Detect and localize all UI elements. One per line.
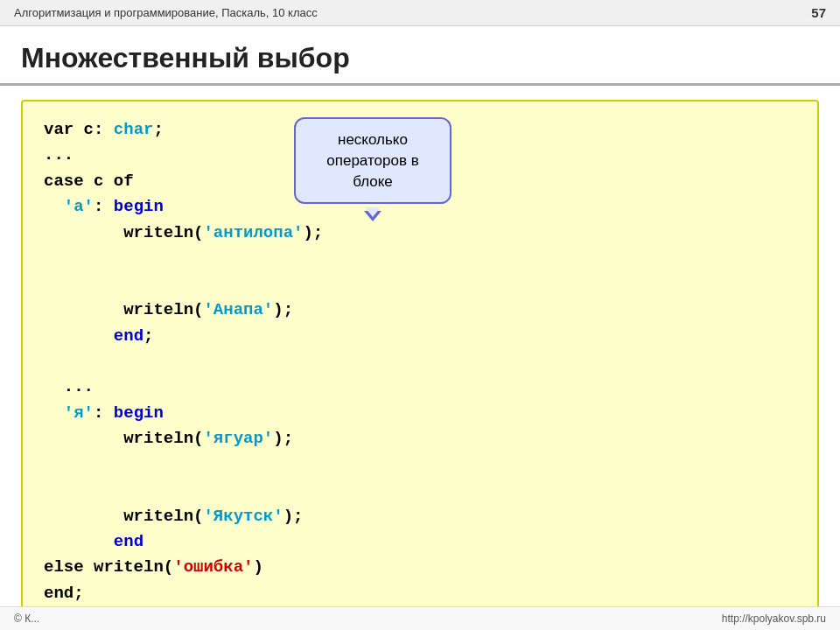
code-line-18: else writeln('ошибка') [44,555,796,580]
code-line-12: 'я': begin [44,401,796,426]
header-bar: Алгоритмизация и программирование, Паска… [0,0,840,26]
slide-title: Множественный выбор [0,26,840,86]
code-line-5: writeln('антилопа'); [44,220,796,246]
code-line-9: end; [44,324,796,349]
code-line-7 [44,272,796,298]
footer-left: © К... [14,612,39,625]
code-line-15 [44,478,796,503]
code-block: несколько операторов в блоке var c: char… [21,100,819,624]
tooltip-bubble: несколько операторов в блоке [294,117,452,204]
code-line-16: writeln('Якутск'); [44,504,796,529]
code-line-13: writeln('ягуар'); [44,426,796,452]
footer-right: http://kpolyakov.spb.ru [722,612,826,625]
code-line-19: end; [44,581,796,606]
header-page: 57 [811,5,826,20]
code-line-14 [44,452,796,478]
code-line-17: end [44,529,796,555]
code-line-10 [44,349,796,374]
code-line-11: ... [44,374,796,400]
code-line-6 [44,246,796,271]
slide-body: несколько операторов в блоке var c: char… [0,86,840,624]
code-line-8: writeln('Анапа'); [44,298,796,323]
footer: © К... http://kpolyakov.spb.ru [0,606,840,630]
header-title: Алгоритмизация и программирование, Паска… [14,6,318,19]
tooltip-text: несколько операторов в блоке [326,131,418,190]
